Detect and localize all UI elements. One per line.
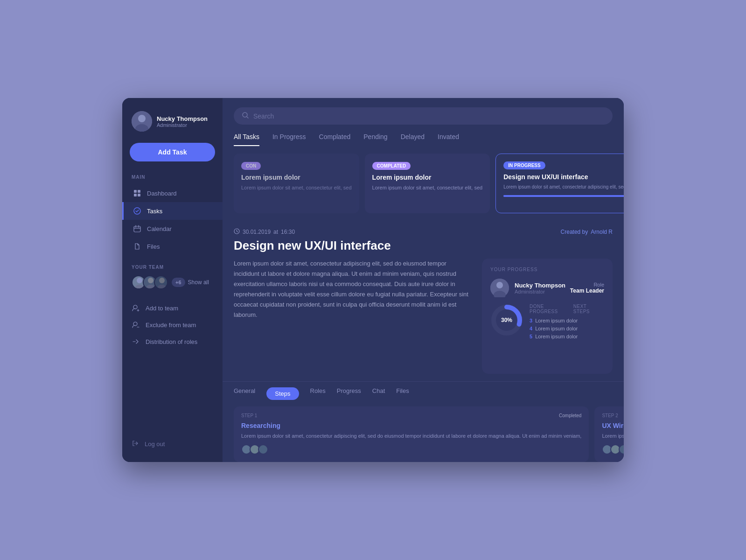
calendar-icon [133,224,141,233]
step-item-3: 3 Lorem ipsum dolor [530,318,604,323]
tab-completed[interactable]: Complated [319,133,351,146]
card2-desc: Lorem ipsum dolor sit amet, consectetur … [372,184,483,192]
tab-chat[interactable]: Chat [372,387,385,400]
task-card-3[interactable]: IN PROGRESS 5 hours ago Design new UX/UI… [495,154,624,213]
app-container: Nucky Thompson Administrator Add Task MA… [122,98,624,462]
card3-title: Design new UX/UI interface [503,173,624,181]
card3-progress-bar [503,195,624,197]
detail-at: at [273,229,278,235]
tabs-row: All Tasks In Progress Complated Pending … [234,133,613,146]
progress-user-info: Nucky Thompson Administrator [515,282,565,294]
top-bar: Search All Tasks In Progress Complated P… [223,98,624,146]
add-to-team-action[interactable]: Add to team [122,300,223,316]
bottom-tabs: General Steps Roles Progress Chat Files [223,381,624,400]
team-count: +6 [172,278,185,287]
sidebar-item-files[interactable]: Files [122,238,223,255]
sidebar: Nucky Thompson Administrator Add Task MA… [122,98,223,462]
task-card-1[interactable]: CON Lorem ipsum dolor Lorem ipsum dolor … [234,154,359,213]
cards-strip: CON Lorem ipsum dolor Lorem ipsum dolor … [223,146,624,221]
tab-general[interactable]: General [234,387,255,400]
progress-card-label: YOUR PROGRESS [490,267,604,272]
svg-point-11 [148,278,153,283]
donut-chart: 30% [490,304,523,336]
step1-desc: Lorem ipsum dolor sit amet, consectetur … [241,432,581,440]
svg-point-20 [496,282,503,288]
logout-label: Log out [145,441,165,448]
search-icon [242,112,249,120]
tab-files[interactable]: Files [396,387,409,400]
card3-percent: 30% [503,200,624,205]
svg-point-14 [157,285,167,289]
files-label: Files [147,243,160,250]
step1-avatars [241,444,581,455]
search-bar[interactable]: Search [234,107,613,125]
card3-progress-fill [503,195,624,197]
step1-step-label: STEP 1 [241,413,257,418]
remove-user-icon [132,321,140,329]
progress-user-role: Administrator [515,289,565,294]
tasks-label: Tasks [147,208,162,215]
sidebar-item-calendar[interactable]: Calendar [122,220,223,238]
sidebar-item-dashboard[interactable]: Dashboard [122,184,223,202]
dashboard-label: Dashboard [147,190,177,197]
step-text-3: Lorem ipsum dolor [535,318,578,323]
progress-user-name: Nucky Thompson [515,282,565,289]
tab-steps[interactable]: Steps [266,387,299,400]
detail-header: 30.01.2019 at 16:30 Created by Arnold R [234,221,613,236]
step-card-1[interactable]: STEP 1 Completed Researching Lorem ipsum… [234,406,589,462]
progress-steps-row: 30% Done progress Next steps 3 Lorem ips… [490,304,604,342]
tab-delayed[interactable]: Delayed [401,133,425,146]
exclude-from-team-action[interactable]: Exclude from team [122,316,223,333]
sidebar-item-tasks[interactable]: Tasks [122,202,223,220]
detail-meta: 30.01.2019 at 16:30 [234,228,295,236]
svg-rect-8 [134,226,140,232]
svg-rect-5 [134,194,137,196]
tasks-icon [133,207,141,215]
steps-section-labels: Done progress Next steps [530,304,604,314]
add-task-button[interactable]: Add Task [130,143,215,161]
created-by-label: Created by [561,229,588,235]
svg-point-13 [159,278,165,283]
svg-rect-6 [138,194,140,196]
user-name: Nucky Thompson [157,115,208,122]
detail-panel: 30.01.2019 at 16:30 Created by Arnold R … [223,221,624,381]
detail-time: 16:30 [281,229,295,235]
search-placeholder: Search [253,112,274,120]
tab-pending[interactable]: Pending [363,133,387,146]
donut-label: 30% [501,317,512,323]
step-num-4: 4 [530,326,532,331]
step-num-3: 3 [530,318,532,323]
logout-item[interactable]: Log out [122,435,223,453]
detail-body-row: Lorem ipsum dolor sit amet, consectetur … [234,259,613,374]
svg-point-9 [137,278,142,283]
next-steps-label: Next steps [573,304,604,314]
step-text-4: Lorem ipsum dolor [535,326,578,331]
logout-icon [132,440,140,448]
show-all-link[interactable]: Show all [188,279,209,286]
svg-point-12 [146,285,155,289]
clock-icon [234,228,240,236]
team-avatar-3 [154,275,168,289]
steps-cards: STEP 1 Completed Researching Lorem ipsum… [223,400,624,462]
detail-title: Design new UX/UI interface [234,238,613,253]
step-card-2[interactable]: STEP 2 Completed UX Wireframes Lorem ips… [594,406,624,462]
done-progress-label: Done progress [530,304,573,314]
task-card-2[interactable]: COMPLATED Lorem ipsum dolor Lorem ipsum … [365,154,490,213]
tab-all-tasks[interactable]: All Tasks [234,133,259,146]
tab-roles[interactable]: Roles [310,387,326,400]
step2-step-label: STEP 2 [602,413,618,418]
step-item-5: 5 Lorem ipsum dolor [530,334,604,339]
step-text-5: Lorem ipsum dolor [535,334,578,339]
tab-in-progress[interactable]: In Progress [272,133,306,146]
card2-badge: COMPLATED [372,162,411,170]
user-info: Nucky Thompson Administrator [157,115,208,128]
add-user-icon [132,304,140,312]
step-item-4: 4 Lorem ipsum dolor [530,326,604,331]
tab-invated[interactable]: Invated [438,133,459,146]
detail-created: Created by Arnold R [561,229,613,235]
card2-title: Lorem ipsum dolor [372,174,483,181]
tab-progress[interactable]: Progress [337,387,361,400]
card3-desc: Lorem ipsum dolor sit amet, consectetur … [503,183,624,190]
card1-desc: Lorem ipsum dolor sit amet, consectetur … [241,184,352,192]
distribution-of-roles-action[interactable]: Distribution of roles [122,333,223,350]
